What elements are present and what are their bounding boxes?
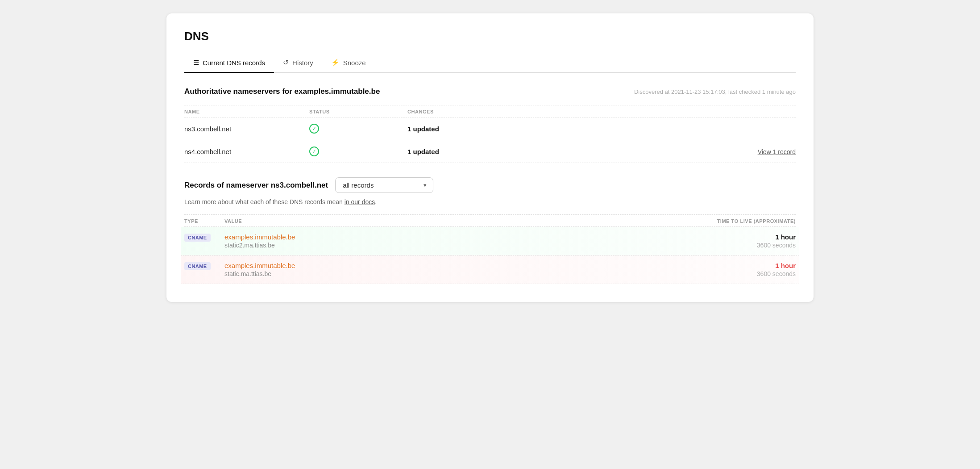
dns-type-cell: CNAME <box>184 233 224 242</box>
tab-snooze[interactable]: ⚡ Snooze <box>322 54 375 73</box>
page-title: DNS <box>184 29 796 43</box>
col-header-name: NAME <box>184 109 309 114</box>
dns-value-cell: examples.immutable.be static.ma.ttias.be <box>224 262 706 277</box>
nameserver-name: ns4.combell.net <box>184 148 309 155</box>
dns-record-row: CNAME examples.immutable.be static2.ma.t… <box>181 227 799 255</box>
chevron-down-icon: ▾ <box>424 182 427 188</box>
records-section-header: Records of nameserver ns3.combell.net al… <box>184 177 796 193</box>
nameserver-row: ns3.combell.net ✓ 1 updated <box>184 117 796 140</box>
filter-select[interactable]: all records ▾ <box>335 177 433 193</box>
main-card: DNS ☰ Current DNS records ↺ History ⚡ Sn… <box>166 13 814 302</box>
col-header-status: STATUS <box>309 109 407 114</box>
col-header-value: VALUE <box>224 218 706 224</box>
nameserver-changes: 1 updated <box>407 125 796 133</box>
ttl-primary: 1 hour <box>706 262 796 269</box>
records-col-headers: TYPE VALUE TIME TO LIVE (APPROXIMATE) <box>184 214 796 227</box>
nameserver-row: ns4.combell.net ✓ 1 updated View 1 recor… <box>184 140 796 163</box>
ttl-secondary: 3600 seconds <box>706 270 796 277</box>
discovered-text: Discovered at 2021-11-23 15:17:03, last … <box>634 88 796 95</box>
col-header-changes: CHANGES <box>407 109 796 114</box>
tab-history[interactable]: ↺ History <box>274 54 322 73</box>
nameserver-action[interactable]: View 1 record <box>758 148 796 155</box>
snooze-icon: ⚡ <box>331 59 340 67</box>
nameserver-changes: 1 updated <box>407 148 758 155</box>
nameservers-table: NAME STATUS CHANGES ns3.combell.net ✓ 1 … <box>184 105 796 163</box>
dns-value-primary: examples.immutable.be <box>224 262 706 269</box>
filter-value: all records <box>343 181 374 189</box>
check-icon: ✓ <box>309 124 319 134</box>
dns-value-primary: examples.immutable.be <box>224 233 706 241</box>
docs-text: Learn more about what each of these DNS … <box>184 198 796 205</box>
dns-ttl-cell: 1 hour 3600 seconds <box>706 262 796 277</box>
view-record-link[interactable]: View 1 record <box>758 148 796 155</box>
check-icon: ✓ <box>309 147 319 156</box>
cname-badge: CNAME <box>184 262 211 270</box>
dns-value-secondary: static.ma.ttias.be <box>224 270 706 277</box>
nameserver-status: ✓ <box>309 147 407 156</box>
tab-current-dns[interactable]: ☰ Current DNS records <box>184 54 274 73</box>
dns-value-secondary: static2.ma.ttias.be <box>224 242 706 249</box>
dns-ttl-cell: 1 hour 3600 seconds <box>706 233 796 249</box>
ttl-secondary: 3600 seconds <box>706 242 796 249</box>
dns-type-cell: CNAME <box>184 262 224 270</box>
nameservers-section-header: Authoritative nameservers for examples.i… <box>184 87 796 96</box>
dns-value-cell: examples.immutable.be static2.ma.ttias.b… <box>224 233 706 249</box>
records-section: Records of nameserver ns3.combell.net al… <box>184 177 796 284</box>
list-icon: ☰ <box>193 59 199 67</box>
col-header-ttl: TIME TO LIVE (APPROXIMATE) <box>706 218 796 224</box>
tabs-bar: ☰ Current DNS records ↺ History ⚡ Snooze <box>184 54 796 73</box>
nameservers-title: Authoritative nameservers for examples.i… <box>184 87 380 96</box>
docs-link[interactable]: in our docs <box>345 198 375 205</box>
cname-badge: CNAME <box>184 234 211 242</box>
nameservers-col-headers: NAME STATUS CHANGES <box>184 105 796 117</box>
col-header-type: TYPE <box>184 218 224 224</box>
ttl-primary: 1 hour <box>706 233 796 241</box>
records-title: Records of nameserver ns3.combell.net <box>184 181 328 190</box>
dns-record-row: CNAME examples.immutable.be static.ma.tt… <box>181 255 799 284</box>
nameserver-status: ✓ <box>309 124 407 134</box>
history-icon: ↺ <box>283 59 289 67</box>
nameserver-name: ns3.combell.net <box>184 125 309 133</box>
